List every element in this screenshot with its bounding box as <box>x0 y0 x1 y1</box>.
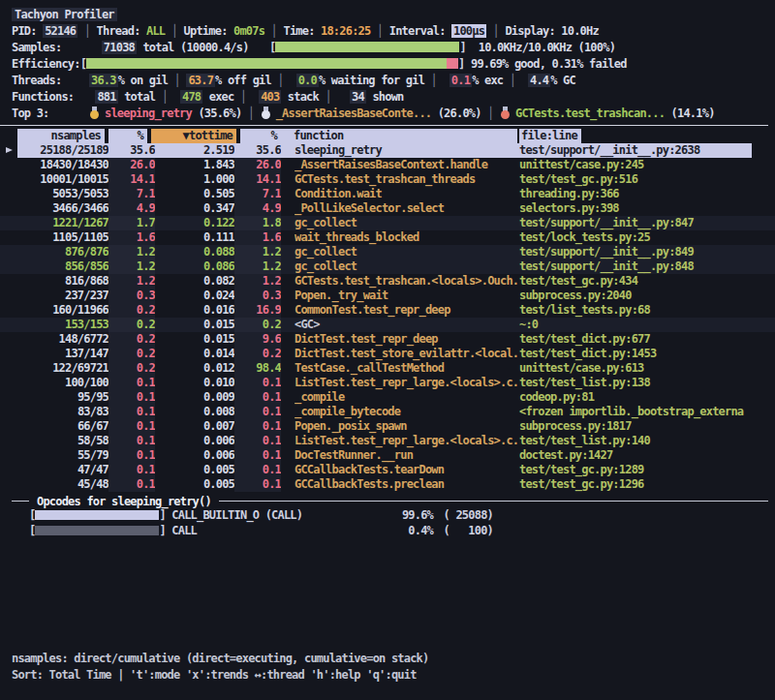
column-header-tottime-sorted[interactable]: ▼tottime <box>151 129 236 143</box>
table-row[interactable]: 153/1530.20.0150.2<GC>~:0 <box>0 318 775 332</box>
cell-fileline: test/list_tests.py:68 <box>519 303 752 318</box>
efficiency-line: Efficiency:[] 99.69% good, 0.31% failed <box>12 56 775 73</box>
app-title: Tachyon Profiler <box>12 8 117 21</box>
top3-percent: (26.0%) <box>431 107 480 120</box>
cell-function: Popen._try_wait <box>294 289 519 303</box>
table-row[interactable]: 18430/1843026.01.84326.0_AssertRaisesBas… <box>0 158 775 172</box>
interval-label: Interval: <box>389 24 446 38</box>
cell-nsamples: 5053/5053 <box>17 187 108 201</box>
cell-fileline: test/support/__init__.py:2638 <box>519 143 752 158</box>
cell-pct-direct: 0.1 <box>108 463 155 477</box>
top3-percent: (35.6%) <box>192 107 241 120</box>
cell-pct-direct: 1.2 <box>108 259 155 274</box>
column-header-fileline[interactable]: file:line <box>519 129 581 143</box>
top3-function-name[interactable]: sleeping_retry <box>105 107 192 120</box>
function-stat-value: 403 <box>259 90 281 104</box>
samples-label: Samples: <box>12 40 89 56</box>
top3-function-name[interactable]: GCTests.test_trashcan... <box>515 107 665 120</box>
table-row[interactable]: 66/670.10.0070.1Popen._posix_spawnsubpro… <box>0 419 775 434</box>
table-row[interactable]: 1105/11051.60.1111.6wait_threads_blocked… <box>0 230 775 245</box>
table-row[interactable]: 237/2370.30.0240.3Popen._try_waitsubproc… <box>0 289 775 303</box>
thread-stat-value: 0.1 <box>450 74 472 87</box>
table-row[interactable]: 3466/34664.90.3474.9_PollLikeSelector.se… <box>0 201 775 216</box>
separator: │ <box>233 90 252 104</box>
footer-legend: nsamples: direct/cumulative (direct=exec… <box>12 651 428 667</box>
table-row[interactable]: 816/8681.20.0821.2GCTests.test_trashcan.… <box>0 274 775 289</box>
table-row[interactable]: 25188/2518935.62.51935.6sleeping_retryte… <box>0 143 775 158</box>
function-stat-suffix: shown <box>366 90 404 104</box>
column-header-function[interactable]: function <box>294 129 343 143</box>
table-row[interactable]: 95/950.10.0090.1_compilecodeop.py:81 <box>0 390 775 405</box>
function-table: nsamples % ▼tottime %function file:line … <box>0 129 775 492</box>
cell-pct-direct: 1.2 <box>108 245 155 259</box>
cell-pct-direct: 35.6 <box>108 143 155 158</box>
cell-tottime: 0.006 <box>155 434 234 448</box>
separator: │ <box>481 107 500 120</box>
cell-tottime: 0.015 <box>155 318 234 332</box>
table-row[interactable]: 45/480.10.0050.1GCCallbackTests.preclean… <box>0 477 775 492</box>
table-row[interactable]: 55/790.10.0060.1DocTestRunner.__rundocte… <box>0 448 775 463</box>
cell-fileline: subprocess.py:2040 <box>519 289 752 303</box>
table-row[interactable]: 137/1470.20.0140.2DictTest.test_store_ev… <box>0 347 775 361</box>
separator: │ <box>241 107 260 120</box>
cell-nsamples: 55/79 <box>17 448 108 463</box>
cell-pct-cumulative: 35.6 <box>234 143 281 158</box>
cell-pct-cumulative: 0.2 <box>234 347 281 361</box>
cell-function: gc_collect <box>294 216 519 230</box>
thread-stat-suffix: % GC <box>550 74 575 87</box>
thread-stat-value: 36.3 <box>89 74 118 87</box>
thread-value[interactable]: ALL <box>146 24 165 38</box>
cell-pct-cumulative: 0.1 <box>234 434 281 448</box>
opcodes-dash-right <box>219 501 768 502</box>
cell-function: _AssertRaisesBaseContext.handle <box>294 158 519 172</box>
cell-tottime: 0.014 <box>155 347 234 361</box>
cell-function: _compile <box>294 390 519 405</box>
cell-pct-direct: 0.1 <box>108 405 155 419</box>
cell-pct-direct: 0.1 <box>108 477 155 492</box>
cell-function: GCCallbackTests.tearDown <box>294 463 519 477</box>
efficiency-summary: 99.69% good, 0.31% failed <box>465 57 627 71</box>
opcode-label: CALL <box>166 524 197 537</box>
cell-nsamples: 1221/1267 <box>17 216 108 230</box>
opcode-bar <box>35 510 159 520</box>
thread-stat-value: 0.0 <box>296 74 319 87</box>
table-row[interactable]: 160/119660.20.01616.9CommonTest.test_rep… <box>0 303 775 318</box>
cell-fileline: selectors.py:398 <box>519 201 752 216</box>
cell-pct-direct: 0.1 <box>108 434 155 448</box>
table-row[interactable]: 876/8761.20.0881.2gc_collecttest/support… <box>0 245 775 259</box>
table-row[interactable]: 58/580.10.0060.1ListTest.test_repr_large… <box>0 434 775 448</box>
cell-function: Condition.wait <box>294 187 519 201</box>
top3-function-name[interactable]: _AssertRaisesBaseConte... <box>276 107 432 120</box>
table-row[interactable]: 148/67720.20.0159.6DictTest.test_repr_de… <box>0 332 775 347</box>
thread-stat-suffix: % on gil <box>118 74 168 87</box>
cell-tottime: 0.088 <box>155 245 234 259</box>
cell-pct-cumulative: 0.1 <box>234 405 281 419</box>
cell-function: wait_threads_blocked <box>294 230 519 245</box>
table-row[interactable]: 47/470.10.0050.1GCCallbackTests.tearDown… <box>0 463 775 477</box>
cell-tottime: 0.122 <box>155 216 234 230</box>
table-row[interactable]: 83/830.10.0080.1_compile_bytecode<frozen… <box>0 405 775 419</box>
cell-pct-cumulative: 0.1 <box>234 390 281 405</box>
column-header-pct-cumulative[interactable]: % <box>240 129 277 143</box>
column-header-pct-direct[interactable]: % <box>108 129 147 143</box>
table-row[interactable]: 856/8561.20.0861.2gc_collecttest/support… <box>0 259 775 274</box>
table-row[interactable]: 100/1000.10.0100.1ListTest.test_repr_lar… <box>0 376 775 390</box>
cell-function: TestCase._callTestMethod <box>294 361 519 376</box>
table-row[interactable]: 10001/1001514.11.00014.1GCTests.test_tra… <box>0 172 775 187</box>
header-panel: Tachyon Profiler PID: 52146 │ Thread: AL… <box>0 0 775 122</box>
thread-stat-suffix: % waiting for gil <box>319 74 424 87</box>
cell-nsamples: 100/100 <box>17 376 108 390</box>
samples-rate: total (10000.4/s) <box>137 41 249 54</box>
table-row[interactable]: 122/697210.20.01298.4TestCase._callTestM… <box>0 361 775 376</box>
thread-label: Thread: <box>97 24 140 38</box>
cell-pct-direct: 1.7 <box>108 216 155 230</box>
table-row[interactable]: 1221/12671.70.1221.8gc_collecttest/suppo… <box>0 216 775 230</box>
cell-nsamples: 18430/18430 <box>17 158 108 172</box>
separator: │ <box>503 74 521 87</box>
column-header-nsamples[interactable]: nsamples <box>17 129 105 143</box>
display-label: Display: <box>505 24 554 38</box>
cell-pct-cumulative: 7.1 <box>234 187 281 201</box>
table-row[interactable]: 5053/50537.10.5057.1Condition.waitthread… <box>0 187 775 201</box>
top3-label: Top 3: <box>12 106 89 122</box>
cell-nsamples: 148/6772 <box>17 332 108 347</box>
